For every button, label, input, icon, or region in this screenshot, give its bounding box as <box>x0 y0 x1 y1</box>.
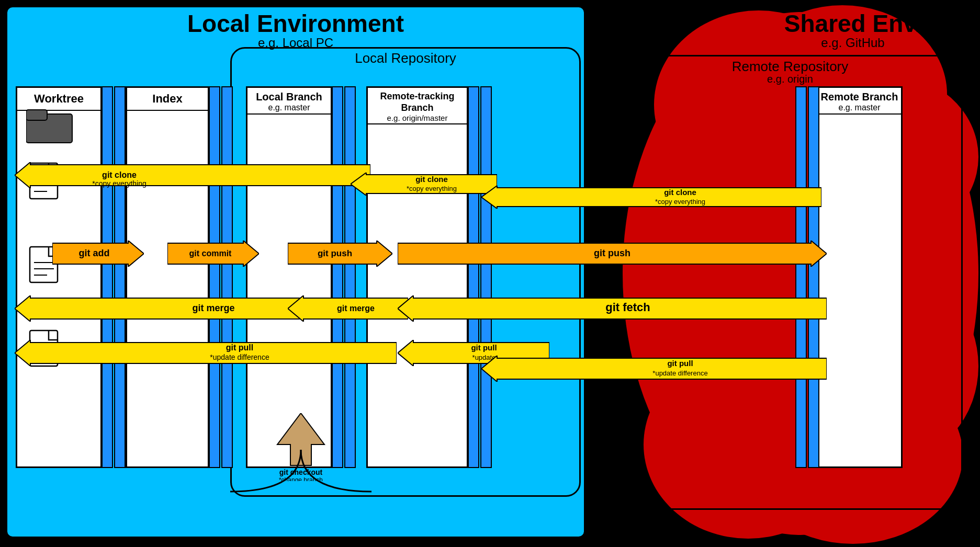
remote-branch-subtitle: e.g. master <box>820 103 899 112</box>
svg-text:git pull: git pull <box>667 359 693 368</box>
stripe-worktree-r2 <box>114 86 126 468</box>
folder-icon <box>26 105 73 144</box>
stripe-worktree-r1 <box>102 86 113 468</box>
remote-repo-title: Remote Repository <box>617 59 963 75</box>
stripe-remotebranch-l1 <box>795 86 807 468</box>
git-pull-arrow-1: git pull *update difference <box>15 340 397 366</box>
svg-text:git clone: git clone <box>415 175 448 184</box>
remote-tracking-title-wrap: Remote-tracking Branch e.g. origin/maste… <box>368 88 467 124</box>
local-branch-title: Local Branch <box>250 91 329 103</box>
git-fetch-arrow: git fetch <box>398 295 827 322</box>
stripe-index-r2 <box>221 86 233 468</box>
local-branch-subtitle: e.g. master <box>250 103 329 112</box>
svg-text:*copy everything: *copy everything <box>407 185 457 192</box>
svg-text:git pull: git pull <box>471 343 497 352</box>
shared-env-title: Shared Env. <box>743 9 963 38</box>
git-pull-arrow-3: git pull *update difference <box>481 356 827 382</box>
git-commit-arrow: git commit <box>167 241 259 267</box>
git-push-arrow-2: git push <box>398 241 827 267</box>
svg-text:git clone: git clone <box>664 188 696 197</box>
stripe-localbranch-r1 <box>332 86 343 468</box>
index-col: Index <box>126 86 209 468</box>
diagram: Local Environment e.g. Local PC Local Re… <box>0 0 980 547</box>
svg-text:git push: git push <box>318 248 352 258</box>
index-title: Index <box>127 88 208 111</box>
local-branch-title-wrap: Local Branch e.g. master <box>247 88 331 115</box>
local-branch-col: Local Branch e.g. master <box>246 86 332 468</box>
svg-rect-9 <box>26 110 47 120</box>
svg-text:git fetch: git fetch <box>605 301 650 314</box>
local-env-title: Local Environment <box>5 9 586 38</box>
svg-text:*copy everything: *copy everything <box>92 179 147 188</box>
git-clone-arrow-3: git clone *copy everything <box>481 186 821 209</box>
svg-marker-28 <box>481 186 821 209</box>
remote-tracking-col: Remote-tracking Branch e.g. origin/maste… <box>366 86 468 468</box>
git-push-arrow-1: git push <box>288 241 392 267</box>
svg-marker-45 <box>15 340 397 366</box>
git-clone-arrow-1: git clone *copy everything <box>15 162 370 188</box>
remote-tracking-title: Remote-tracking Branch <box>370 91 465 113</box>
remote-repo-subtitle: e.g. origin <box>617 73 963 85</box>
git-clone-arrow-2: git clone *copy everything <box>351 173 497 196</box>
remote-repo-box <box>617 55 963 510</box>
svg-text:git merge: git merge <box>337 304 375 313</box>
svg-text:git merge: git merge <box>192 303 234 313</box>
svg-marker-22 <box>15 162 370 188</box>
svg-text:git commit: git commit <box>189 249 232 258</box>
remote-tracking-subtitle: e.g. origin/master <box>370 113 465 122</box>
remote-branch-title: Remote Branch <box>820 91 899 103</box>
svg-text:*update difference: *update difference <box>652 369 707 377</box>
svg-marker-51 <box>481 356 827 382</box>
stripe-remotetrack-r2 <box>480 86 492 468</box>
local-repo-title: Local Repository <box>230 50 581 66</box>
remote-branch-col: Remote Branch e.g. master <box>816 86 903 468</box>
stripe-remotetrack-r1 <box>468 86 479 468</box>
stripe-localbranch-r2 <box>344 86 356 468</box>
svg-text:*copy everything: *copy everything <box>655 198 705 206</box>
svg-text:git pull: git pull <box>226 343 253 352</box>
svg-text:git add: git add <box>79 248 110 258</box>
stripe-index-r1 <box>209 86 220 468</box>
shared-env-subtitle: e.g. GitHub <box>743 36 963 50</box>
git-merge-arrow-2: git merge <box>288 295 408 322</box>
git-add-arrow: git add <box>52 241 144 267</box>
stripe-remotebranch-l2 <box>808 86 819 468</box>
svg-text:git clone: git clone <box>102 170 137 179</box>
svg-text:*update difference: *update difference <box>210 353 269 361</box>
checkout-curve <box>230 450 371 497</box>
remote-branch-title-wrap: Remote Branch e.g. master <box>818 88 901 115</box>
svg-text:git push: git push <box>594 248 630 258</box>
